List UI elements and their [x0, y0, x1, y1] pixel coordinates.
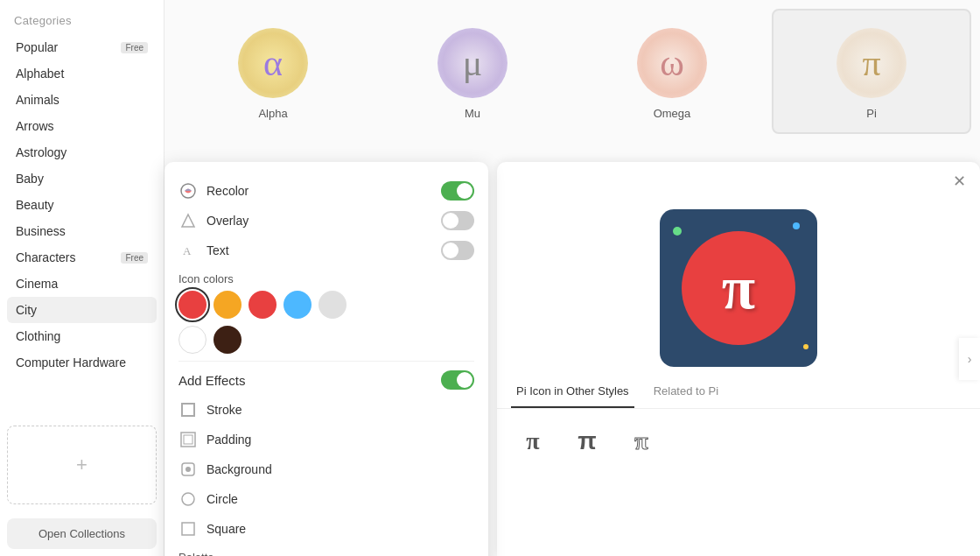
overlay-label: Overlay: [206, 214, 432, 228]
circle-icon: [178, 489, 198, 509]
free-badge: Free: [121, 42, 148, 53]
sidebar-item-label: Computer Hardware: [16, 355, 126, 369]
sidebar-item-city[interactable]: City: [7, 297, 157, 323]
sidebar-item-computer-hardware[interactable]: Computer Hardware: [7, 349, 157, 376]
icon-grid: αAlphaμMuωOmegaπPi: [164, 0, 980, 143]
icon-cell-pi[interactable]: πPi: [772, 9, 971, 134]
icon-colors-row: [178, 291, 474, 319]
icon-colors-title: Icon colors: [178, 272, 474, 285]
sidebar-item-business[interactable]: Business: [7, 218, 157, 244]
svg-text:A: A: [183, 244, 192, 257]
sidebar-item-label: Beauty: [16, 198, 54, 212]
overlay-icon: [178, 211, 198, 230]
add-effects-label: Add Effects: [178, 373, 432, 388]
circle-label: Circle: [206, 492, 474, 506]
tab-other-styles[interactable]: Pi Icon in Other Styles: [511, 376, 634, 408]
sidebar-item-astrology[interactable]: Astrology: [7, 139, 157, 165]
icon-label-mu: Mu: [465, 107, 480, 120]
detail-panel: ✕ π Pi Icon in Other Styles Related to P…: [497, 162, 980, 556]
categories-header: Categories: [0, 0, 164, 34]
sidebar-item-popular[interactable]: PopularFree: [7, 34, 157, 60]
recolor-panel: Recolor Overlay A Text Icon colors: [164, 162, 488, 556]
svg-marker-1: [182, 215, 194, 227]
icon-circle-pi: π: [836, 28, 906, 98]
add-collection-button[interactable]: +: [7, 426, 157, 504]
close-button[interactable]: ✕: [948, 171, 970, 192]
recolor-label: Recolor: [206, 184, 432, 198]
sidebar: Categories PopularFreeAlphabetAnimalsArr…: [0, 0, 164, 556]
style-icon-outline[interactable]: π: [620, 419, 663, 463]
free-badge: Free: [121, 252, 148, 264]
svg-rect-3: [182, 404, 194, 416]
detail-icon-container: π: [497, 201, 980, 376]
color-blue[interactable]: [284, 291, 312, 319]
color-red[interactable]: [178, 291, 206, 319]
sidebar-item-label: Baby: [16, 172, 44, 186]
recolor-row: Recolor: [178, 176, 474, 206]
icon-cell-mu[interactable]: μMu: [373, 9, 572, 134]
color-red2[interactable]: [248, 291, 276, 319]
text-toggle[interactable]: [441, 241, 474, 260]
background-icon: [178, 460, 198, 479]
tab-related[interactable]: Related to Pi: [648, 376, 724, 408]
svg-point-8: [182, 493, 194, 505]
recolor-toggle[interactable]: [441, 181, 474, 201]
sidebar-item-label: Clothing: [16, 329, 60, 343]
style-icon-sans[interactable]: π: [565, 419, 609, 463]
sidebar-item-label: Alphabet: [16, 67, 64, 81]
style-pi-serif: π: [511, 419, 555, 463]
color-orange[interactable]: [214, 291, 242, 319]
palette-title: Palette: [178, 551, 474, 556]
background-label: Background: [206, 462, 474, 476]
icon-label-omega: Omega: [654, 107, 691, 120]
stroke-icon: [178, 400, 198, 419]
style-pi-outline: π: [620, 419, 663, 463]
divider-1: [178, 361, 474, 362]
color-white[interactable]: [178, 326, 206, 354]
text-label: Text: [206, 243, 432, 257]
square-row: Square: [178, 514, 474, 544]
sidebar-item-alphabet[interactable]: Alphabet: [7, 60, 157, 87]
icon-colors-row2: [178, 326, 474, 354]
sidebar-item-clothing[interactable]: Clothing: [7, 323, 157, 349]
svg-rect-4: [181, 433, 195, 447]
color-light-gray[interactable]: [318, 291, 346, 319]
text-row: A Text: [178, 236, 474, 265]
open-collections-button[interactable]: Open Collections: [7, 518, 157, 549]
category-list: PopularFreeAlphabetAnimalsArrowsAstrolog…: [0, 34, 164, 419]
svg-rect-5: [184, 435, 192, 444]
plus-icon: +: [76, 454, 88, 476]
icon-circle-alpha: α: [238, 28, 308, 98]
dot-yellow: [803, 344, 808, 349]
sidebar-item-beauty[interactable]: Beauty: [7, 192, 157, 218]
icon-circle-mu: μ: [438, 28, 508, 98]
icon-cell-alpha[interactable]: αAlpha: [173, 9, 373, 134]
sidebar-item-label: City: [16, 303, 37, 317]
style-pi-sans: π: [565, 419, 609, 463]
circle-row: Circle: [178, 484, 474, 514]
detail-header: ✕: [497, 162, 980, 201]
sidebar-item-cinema[interactable]: Cinema: [7, 271, 157, 297]
add-effects-row: Add Effects: [178, 365, 474, 395]
sidebar-item-label: Animals: [16, 93, 60, 107]
sidebar-item-characters[interactable]: CharactersFree: [7, 244, 157, 271]
square-label: Square: [206, 522, 474, 536]
sidebar-item-label: Arrows: [16, 119, 54, 133]
icon-cell-omega[interactable]: ωOmega: [572, 9, 772, 134]
sidebar-item-baby[interactable]: Baby: [7, 165, 157, 192]
padding-label: Padding: [206, 433, 474, 447]
overlay-row: Overlay: [178, 206, 474, 236]
text-icon: A: [178, 241, 198, 260]
color-brown[interactable]: [214, 326, 242, 354]
svg-point-7: [186, 467, 191, 472]
stroke-row: Stroke: [178, 395, 474, 425]
sidebar-item-arrows[interactable]: Arrows: [7, 113, 157, 139]
style-icon-serif[interactable]: π: [511, 419, 555, 463]
add-effects-toggle[interactable]: [441, 370, 474, 390]
sidebar-item-animals[interactable]: Animals: [7, 87, 157, 113]
sidebar-item-label: Astrology: [16, 145, 66, 159]
sidebar-item-label: Cinema: [16, 277, 58, 291]
chevron-right-icon[interactable]: ›: [959, 338, 980, 380]
recolor-icon: [178, 181, 198, 201]
overlay-toggle[interactable]: [441, 211, 474, 230]
